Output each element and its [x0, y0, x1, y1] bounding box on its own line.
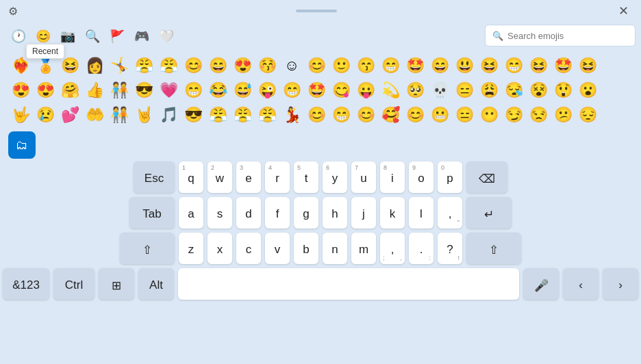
- key-d[interactable]: d: [236, 197, 261, 229]
- emoji-cell[interactable]: 😤: [156, 53, 181, 78]
- emoji-cell[interactable]: 😁: [279, 78, 304, 103]
- emoji-cell[interactable]: 😩: [477, 78, 501, 103]
- nav-symbols-icon[interactable]: 🔍: [82, 26, 103, 47]
- emoji-cell[interactable]: 😏: [501, 103, 526, 127]
- emoji-cell[interactable]: 😵: [526, 78, 551, 103]
- key-e[interactable]: 3e: [236, 161, 261, 193]
- key-Esc[interactable]: Esc: [134, 161, 175, 193]
- key-.[interactable]: .:: [409, 233, 433, 264]
- emoji-cell[interactable]: 😄: [205, 53, 230, 78]
- emoji-cell[interactable]: 😃: [452, 53, 477, 78]
- emoji-cell[interactable]: 🤩: [304, 78, 329, 103]
- emoji-cell[interactable]: 😛: [353, 78, 378, 103]
- emoji-cell[interactable]: 😆: [526, 53, 551, 78]
- key-v[interactable]: v: [265, 233, 290, 264]
- key-k[interactable]: k: [380, 197, 405, 229]
- key-o[interactable]: 9o: [409, 161, 433, 193]
- emoji-cell[interactable]: 😑: [452, 103, 477, 127]
- nav-recent-icon[interactable]: 🕐: [8, 26, 29, 47]
- emoji-cell[interactable]: 😲: [551, 78, 575, 103]
- emoji-cell[interactable]: 😁: [181, 78, 205, 103]
- emoji-cell[interactable]: 🤩: [403, 53, 427, 78]
- key-c[interactable]: c: [236, 233, 261, 264]
- emoji-cell[interactable]: 😁: [501, 53, 526, 78]
- emoji-cell[interactable]: 😍: [230, 53, 255, 78]
- emoji-cell[interactable]: 😄: [427, 53, 452, 78]
- key-b[interactable]: b: [294, 233, 318, 264]
- emoji-cell[interactable]: 😆: [575, 53, 600, 78]
- clipboard-button[interactable]: 🗂: [8, 131, 36, 159]
- emoji-cell[interactable]: 💕: [58, 103, 82, 127]
- emoji-cell[interactable]: 🥺: [403, 78, 427, 103]
- emoji-cell[interactable]: 🙂: [329, 53, 353, 78]
- emoji-cell[interactable]: 😒: [526, 103, 551, 127]
- emoji-cell[interactable]: 😁: [378, 53, 403, 78]
- nav-gifs-icon[interactable]: 🎮: [131, 26, 152, 47]
- emoji-cell[interactable]: 🤘: [131, 103, 156, 127]
- key-,[interactable]: ,": [438, 197, 462, 229]
- emoji-cell[interactable]: 🥰: [378, 103, 403, 127]
- emoji-cell[interactable]: 😍: [8, 78, 33, 103]
- key-⊞[interactable]: ⊞: [99, 268, 134, 300]
- key-Tab[interactable]: Tab: [129, 197, 175, 229]
- key-🎤[interactable]: 🎤: [523, 268, 559, 300]
- emoji-cell[interactable]: 😙: [353, 53, 378, 78]
- emoji-cell[interactable]: 🧑‍🤝‍🧑: [107, 103, 131, 127]
- key-s[interactable]: s: [208, 197, 232, 229]
- key-p[interactable]: 0p: [438, 161, 462, 193]
- nav-favorites-icon[interactable]: 🤍: [156, 26, 177, 47]
- emoji-cell[interactable]: 👩: [82, 53, 107, 78]
- key-Alt[interactable]: Alt: [138, 268, 174, 300]
- emoji-cell[interactable]: 🧑‍🤝‍🧑: [107, 78, 131, 103]
- key-Ctrl[interactable]: Ctrl: [53, 268, 95, 300]
- emoji-cell[interactable]: ☺️: [279, 53, 304, 78]
- emoji-cell[interactable]: 😅: [230, 78, 255, 103]
- emoji-cell[interactable]: 😊: [403, 103, 427, 127]
- emoji-cell[interactable]: 🎵: [156, 103, 181, 127]
- emoji-cell[interactable]: 🤲: [82, 103, 107, 127]
- emoji-cell[interactable]: 😑: [452, 78, 477, 103]
- emoji-cell[interactable]: 😪: [501, 78, 526, 103]
- emoji-cell[interactable]: 😆: [477, 53, 501, 78]
- key-⇧[interactable]: ⇧: [466, 233, 521, 264]
- key-g[interactable]: g: [294, 197, 318, 229]
- emoji-cell[interactable]: 😤: [255, 103, 279, 127]
- emoji-cell[interactable]: 👍: [82, 78, 107, 103]
- emoji-cell[interactable]: 😊: [181, 53, 205, 78]
- emoji-cell[interactable]: 😶: [477, 103, 501, 127]
- key-x[interactable]: x: [208, 233, 232, 264]
- settings-icon[interactable]: ⚙: [8, 5, 18, 18]
- key-t[interactable]: 5t: [294, 161, 318, 193]
- emoji-cell[interactable]: 💀: [427, 78, 452, 103]
- emoji-cell[interactable]: 😎: [181, 103, 205, 127]
- emoji-cell[interactable]: 😕: [551, 103, 575, 127]
- emoji-cell[interactable]: 😢: [33, 103, 58, 127]
- emoji-cell[interactable]: 🤩: [551, 53, 575, 78]
- emoji-cell[interactable]: 😤: [230, 103, 255, 127]
- emoji-cell[interactable]: 😤: [131, 53, 156, 78]
- emoji-cell[interactable]: 😚: [255, 53, 279, 78]
- key-i[interactable]: 8i: [380, 161, 405, 193]
- emoji-cell[interactable]: 🤟: [8, 103, 33, 127]
- key-⇧[interactable]: ⇧: [120, 233, 175, 264]
- key-y[interactable]: 6y: [323, 161, 347, 193]
- emoji-cell[interactable]: 😔: [575, 103, 600, 127]
- emoji-cell[interactable]: 😂: [205, 78, 230, 103]
- emoji-cell[interactable]: 😬: [427, 103, 452, 127]
- emoji-cell[interactable]: 😁: [329, 103, 353, 127]
- emoji-cell[interactable]: 🤗: [58, 78, 82, 103]
- key-&123[interactable]: &123: [3, 268, 49, 300]
- close-button[interactable]: ✕: [614, 2, 633, 20]
- key-?[interactable]: ?!: [438, 233, 462, 264]
- key-h[interactable]: h: [323, 197, 347, 229]
- key-space[interactable]: [178, 268, 519, 300]
- emoji-cell[interactable]: 💃: [279, 103, 304, 127]
- key-j[interactable]: j: [351, 197, 376, 229]
- key-l[interactable]: l: [409, 197, 433, 229]
- emoji-cell[interactable]: 😊: [304, 103, 329, 127]
- key-‹[interactable]: ‹: [563, 268, 599, 300]
- key-⌫[interactable]: ⌫: [466, 161, 507, 193]
- emoji-cell[interactable]: 😋: [329, 78, 353, 103]
- emoji-cell[interactable]: 💗: [156, 78, 181, 103]
- key-f[interactable]: f: [265, 197, 290, 229]
